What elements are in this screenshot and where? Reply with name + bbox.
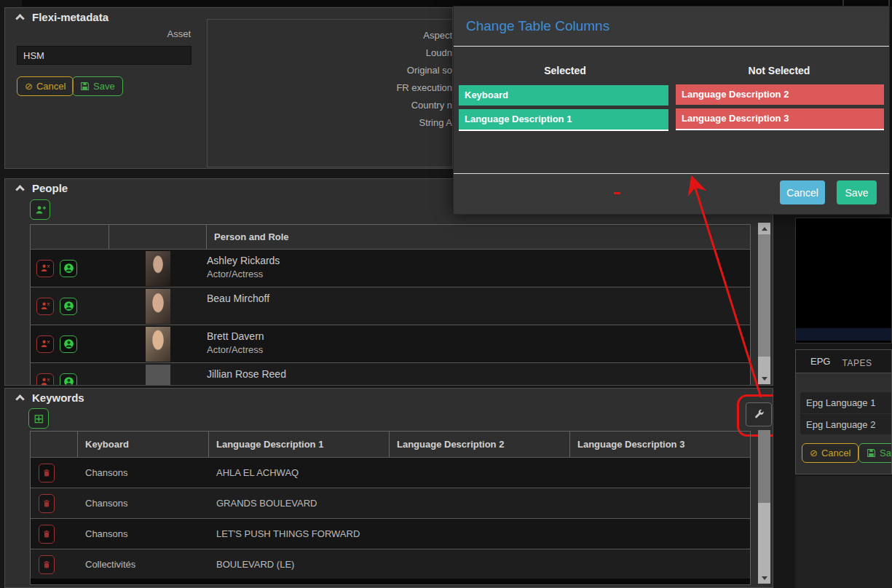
keywords-scrollbar[interactable] bbox=[758, 430, 770, 584]
person-icon bbox=[63, 300, 75, 312]
field-label: Loudn bbox=[207, 44, 452, 62]
keyword-keyboard-cell: Chansons bbox=[78, 498, 209, 509]
table-settings-button[interactable] bbox=[746, 402, 772, 426]
selected-column-item[interactable]: Keyboard bbox=[459, 85, 668, 106]
person-name-cell: Beau Mirchoff bbox=[207, 287, 750, 325]
modal-body: Selected Not Selected KeyboardLanguage D… bbox=[454, 47, 889, 173]
keyword-language-description-1-cell: BOULEVARD (LE) bbox=[209, 559, 390, 570]
people-table-row: Beau Mirchoff bbox=[31, 287, 750, 325]
keywords-table-header: Keyboard Language Description 1 Language… bbox=[31, 432, 750, 457]
player-controls-bar bbox=[796, 328, 891, 341]
person-profile-button[interactable] bbox=[60, 298, 77, 315]
epg-language-field[interactable]: Epg Language 2 bbox=[800, 413, 892, 434]
keyword-actions-cell bbox=[31, 494, 78, 513]
keyword-language-description-1-cell: GRANDS BOULEVARD bbox=[209, 498, 390, 509]
remove-person-button[interactable] bbox=[36, 373, 54, 386]
cancel-button[interactable]: ⊘ Cancel bbox=[802, 443, 859, 463]
field-label: Aspect bbox=[207, 27, 452, 44]
delete-keyword-button[interactable] bbox=[39, 464, 55, 482]
column-header-language-description-2: Language Description 2 bbox=[390, 432, 570, 457]
scroll-down-button[interactable] bbox=[758, 373, 770, 384]
person-name: Ashley Rickards bbox=[207, 255, 750, 266]
not-selected-column-list: Language Description 2Language Descripti… bbox=[676, 84, 884, 130]
keyword-table-row: ChansonsGRANDS BOULEVARD bbox=[31, 488, 750, 518]
remove-person-button[interactable] bbox=[36, 298, 54, 315]
add-keyword-button[interactable]: ⊞ bbox=[28, 408, 49, 429]
people-scrollbar[interactable] bbox=[758, 223, 770, 384]
person-photo bbox=[146, 251, 170, 286]
section-title: Flexi-metadata bbox=[32, 11, 108, 23]
not-selected-column-header: Not Selected bbox=[674, 65, 885, 76]
delete-keyword-button[interactable] bbox=[39, 494, 55, 513]
keyword-actions-cell bbox=[31, 555, 78, 574]
scroll-thumb[interactable] bbox=[758, 234, 770, 357]
delete-keyword-button[interactable] bbox=[39, 525, 55, 544]
asset-input[interactable] bbox=[17, 46, 192, 65]
scroll-thumb[interactable] bbox=[758, 430, 770, 503]
remove-person-icon bbox=[40, 376, 51, 386]
modal-title: Change Table Columns bbox=[466, 18, 609, 34]
remove-person-button[interactable] bbox=[36, 260, 54, 277]
selected-column-header: Selected bbox=[459, 65, 671, 76]
person-name: Jillian Rose Reed bbox=[207, 368, 750, 380]
epg-language-field[interactable]: Epg Language 1 bbox=[800, 392, 892, 413]
not-selected-column-item[interactable]: Language Description 3 bbox=[676, 108, 884, 129]
person-name-cell: Ashley RickardsActor/Actress bbox=[207, 250, 750, 287]
add-keyword-icon: ⊞ bbox=[33, 413, 44, 425]
scroll-down-button[interactable] bbox=[758, 572, 770, 584]
cancel-button[interactable]: ⊘ Cancel bbox=[17, 76, 74, 96]
collapse-icon[interactable] bbox=[15, 185, 25, 194]
collapse-icon[interactable] bbox=[15, 394, 25, 404]
remove-person-icon bbox=[40, 338, 51, 349]
not-selected-column-item[interactable]: Language Description 2 bbox=[676, 84, 884, 105]
person-name: Beau Mirchoff bbox=[207, 293, 750, 304]
column-header bbox=[31, 225, 109, 249]
trash-icon bbox=[42, 468, 51, 478]
keyword-table-row: ChansonsLET'S PUSH THINGS FORWARD bbox=[31, 518, 750, 549]
person-name: Brett Davern bbox=[207, 330, 750, 342]
person-photo bbox=[146, 289, 170, 324]
people-table: Person and Role Ashley RickardsActor/Act… bbox=[30, 224, 751, 386]
metadata-field-labels: AspectLoudnOriginal soFR executionCountr… bbox=[207, 27, 452, 132]
cancel-icon: ⊘ bbox=[25, 81, 33, 92]
tab-tapes[interactable]: TAPES bbox=[842, 355, 872, 368]
column-header-language-description-3: Language Description 3 bbox=[570, 432, 750, 457]
field-label: Original so bbox=[207, 62, 452, 79]
person-profile-button[interactable] bbox=[60, 335, 77, 353]
arrow-up-icon bbox=[762, 227, 767, 231]
keywords-panel: Keywords ⊞ Keyboard Language Description… bbox=[4, 388, 773, 588]
save-icon bbox=[867, 448, 876, 458]
save-icon bbox=[80, 82, 90, 91]
person-name-cell: Jillian Rose Reed bbox=[207, 363, 750, 386]
person-profile-button[interactable] bbox=[60, 260, 77, 277]
remove-person-icon bbox=[40, 301, 51, 311]
column-header-keyboard: Keyboard bbox=[78, 432, 209, 457]
people-table-header: Person and Role bbox=[31, 225, 750, 249]
person-role: Actor/Actress bbox=[207, 269, 750, 279]
keyword-language-description-1-cell: AHLA EL ACHWAQ bbox=[209, 467, 390, 478]
modal-save-button[interactable]: Save bbox=[837, 180, 877, 204]
tab-epg[interactable]: EPG bbox=[810, 356, 830, 367]
delete-keyword-button[interactable] bbox=[39, 555, 55, 574]
keyword-actions-cell bbox=[31, 464, 78, 482]
person-role: Actor/Actress bbox=[207, 344, 750, 355]
save-button[interactable]: Save bbox=[72, 76, 123, 96]
column-header bbox=[31, 432, 78, 457]
person-profile-button[interactable] bbox=[60, 373, 77, 386]
add-person-button[interactable] bbox=[30, 199, 50, 220]
people-table-row: Ashley RickardsActor/Actress bbox=[31, 249, 750, 287]
remove-person-button[interactable] bbox=[36, 335, 54, 353]
scroll-up-button[interactable] bbox=[758, 223, 770, 234]
person-photo-cell bbox=[109, 363, 207, 386]
keyword-table-row: CollectivitésBOULEVARD (LE) bbox=[31, 549, 750, 579]
keywords-table-partial-row bbox=[30, 579, 751, 585]
modal-cancel-button[interactable]: Cancel bbox=[780, 180, 825, 204]
column-header bbox=[109, 225, 207, 249]
field-label: FR execution bbox=[207, 79, 452, 97]
save-button[interactable]: Save bbox=[859, 443, 892, 463]
person-photo-cell bbox=[109, 250, 207, 287]
selected-column-item[interactable]: Language Description 1 bbox=[459, 109, 668, 130]
keywords-table: Keyboard Language Description 1 Language… bbox=[30, 431, 751, 580]
person-photo bbox=[146, 365, 170, 386]
collapse-icon[interactable] bbox=[15, 14, 25, 23]
